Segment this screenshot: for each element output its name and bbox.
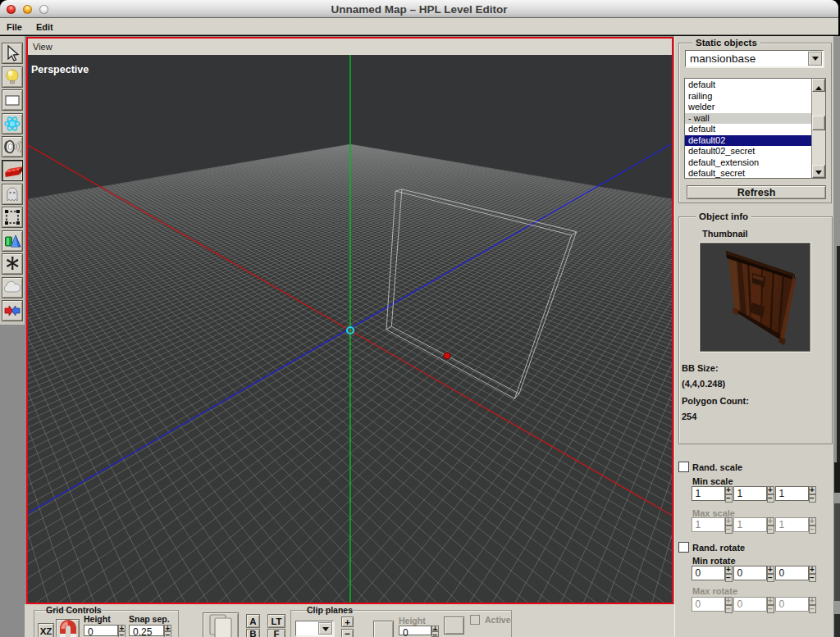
svg-text:Perspective: Perspective xyxy=(31,64,89,75)
